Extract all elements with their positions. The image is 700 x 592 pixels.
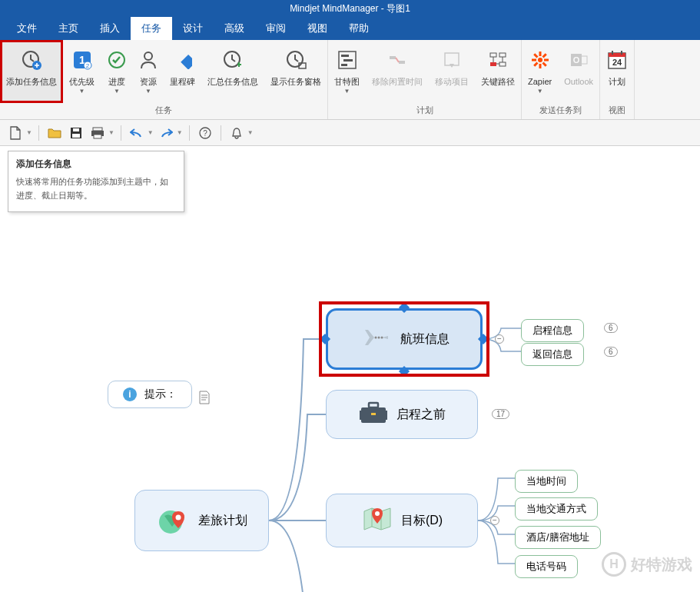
svg-text:2: 2 xyxy=(85,62,89,69)
info-icon: i xyxy=(123,387,137,401)
svg-rect-26 xyxy=(532,59,536,62)
svg-rect-57 xyxy=(371,413,376,415)
group-tasks-label: 任务 xyxy=(0,103,327,119)
svg-rect-25 xyxy=(539,64,541,68)
notifications-button[interactable] xyxy=(227,124,246,142)
plan-button[interactable]: 24 计划 xyxy=(600,40,634,103)
leaf-phone[interactable]: 电话号码 xyxy=(515,555,578,578)
remove-idle-button[interactable]: 移除闲置时间 xyxy=(366,40,429,103)
count-badge: 6 xyxy=(604,323,618,333)
menu-tasks[interactable]: 任务 xyxy=(131,17,172,40)
svg-rect-21 xyxy=(490,62,496,66)
dropdown-arrow-icon[interactable]: ▼ xyxy=(26,129,32,136)
gantt-icon xyxy=(337,45,357,75)
svg-point-23 xyxy=(538,58,542,62)
plan-label: 计划 xyxy=(609,77,625,87)
undo-button[interactable] xyxy=(128,124,146,142)
add-task-clock-icon xyxy=(20,45,43,75)
collapse-toggle[interactable]: − xyxy=(495,334,504,344)
menu-advanced[interactable]: 高级 xyxy=(214,17,255,40)
open-button[interactable] xyxy=(45,124,64,142)
map-pin-icon xyxy=(361,504,393,537)
critical-path-icon xyxy=(488,45,508,75)
svg-rect-15 xyxy=(341,64,347,66)
dropdown-arrow-icon[interactable]: ▼ xyxy=(108,129,114,136)
menu-design[interactable]: 设计 xyxy=(172,17,214,40)
dropdown-arrow-icon[interactable]: ▼ xyxy=(177,129,183,136)
svg-rect-30 xyxy=(533,53,538,58)
svg-rect-18 xyxy=(445,53,459,65)
menu-bar: 文件 主页 插入 任务 设计 高级 审阅 视图 帮助 xyxy=(0,17,700,40)
svg-rect-54 xyxy=(369,403,378,407)
menu-insert[interactable]: 插入 xyxy=(89,17,131,40)
dropdown-arrow-icon[interactable]: ▼ xyxy=(247,129,254,136)
dropdown-arrow-icon[interactable]: ▼ xyxy=(148,129,154,136)
progress-button[interactable]: 进度 ▼ xyxy=(101,40,133,103)
collapse-toggle[interactable]: − xyxy=(490,516,499,525)
dropdown-arrow-icon: ▼ xyxy=(344,88,350,95)
remove-idle-icon xyxy=(387,45,407,75)
zapier-button[interactable]: Zapier ▼ xyxy=(522,40,558,103)
dropdown-arrow-icon: ▼ xyxy=(537,88,543,95)
separator xyxy=(221,125,221,141)
leaf-return-info[interactable]: 返回信息 xyxy=(521,343,584,366)
progress-label: 进度 xyxy=(108,77,125,87)
priority-label: 优先级 xyxy=(69,77,95,87)
node-before-departure[interactable]: 启程之前 xyxy=(326,390,478,439)
priority-button[interactable]: 12 优先级 ▼ xyxy=(63,40,101,103)
zapier-label: Zapier xyxy=(528,77,552,87)
leaf-transport[interactable]: 当地交通方式 xyxy=(515,497,598,520)
svg-rect-14 xyxy=(343,59,353,62)
move-project-button[interactable]: 移动项目 xyxy=(429,40,475,103)
leaf-localtime[interactable]: 当地时间 xyxy=(515,470,578,493)
help-button[interactable]: ? xyxy=(196,124,214,142)
watermark-icon: H xyxy=(602,552,626,577)
menu-home[interactable]: 主页 xyxy=(48,17,89,40)
svg-text:O: O xyxy=(573,55,580,65)
dropdown-arrow-icon: ▼ xyxy=(79,88,85,95)
add-task-info-button[interactable]: 添加任务信息 xyxy=(0,40,63,103)
svg-point-7 xyxy=(144,52,152,60)
count-badge: 17 xyxy=(492,409,509,419)
group-send-label: 发送任务到 xyxy=(522,103,599,119)
svg-text:24: 24 xyxy=(612,58,622,67)
move-project-label: 移动项目 xyxy=(435,77,469,87)
outlook-icon: O xyxy=(569,45,589,75)
note-icon[interactable] xyxy=(198,391,211,407)
ribbon: 添加任务信息 12 优先级 ▼ 进度 ▼ 资源 xyxy=(0,40,700,120)
resource-button[interactable]: 资源 ▼ xyxy=(133,40,164,103)
menu-review[interactable]: 审阅 xyxy=(255,17,297,40)
svg-rect-22 xyxy=(499,62,506,66)
menu-help[interactable]: 帮助 xyxy=(338,17,380,40)
redo-button[interactable] xyxy=(157,124,175,142)
svg-rect-43 xyxy=(93,128,102,131)
leaf-hotel[interactable]: 酒店/膳宿地址 xyxy=(515,526,601,549)
outlook-button[interactable]: O Outlook xyxy=(558,40,599,103)
panel-clock-icon xyxy=(285,45,307,75)
menu-file[interactable]: 文件 xyxy=(6,17,48,40)
menu-view[interactable]: 视图 xyxy=(297,17,338,40)
print-button[interactable] xyxy=(88,124,107,142)
svg-rect-13 xyxy=(341,55,349,57)
svg-rect-16 xyxy=(390,56,396,59)
gantt-button[interactable]: 甘特图 ▼ xyxy=(328,40,366,103)
milestone-button[interactable]: 里程碑 xyxy=(164,40,201,103)
progress-icon xyxy=(107,45,127,75)
new-doc-button[interactable] xyxy=(6,124,25,142)
svg-rect-55 xyxy=(360,411,363,420)
svg-rect-27 xyxy=(544,59,549,62)
globe-pin-icon xyxy=(157,502,191,539)
critical-path-button[interactable]: 关键路径 xyxy=(475,40,521,103)
mindmap-canvas[interactable]: i 提示： 差旅计划 航班信息 − 启程信息 6 返回信息 6 启程之前 17 xyxy=(0,146,700,592)
node-target[interactable]: 目标(D) xyxy=(326,494,478,547)
node-tip[interactable]: i 提示： xyxy=(108,381,192,408)
node-root[interactable]: 差旅计划 xyxy=(134,490,269,551)
tooltip-body: 快速将常用的任务功能添加到主题中，如进度、截止日期等。 xyxy=(16,175,176,202)
separator xyxy=(189,125,190,141)
milestone-icon xyxy=(174,45,192,75)
show-panel-button[interactable]: 显示任务窗格 xyxy=(264,40,327,103)
save-button[interactable] xyxy=(67,124,85,142)
svg-rect-41 xyxy=(73,128,79,131)
leaf-depart-info[interactable]: 启程信息 xyxy=(521,319,584,342)
summary-button[interactable]: 汇总任务信息 xyxy=(201,40,264,103)
